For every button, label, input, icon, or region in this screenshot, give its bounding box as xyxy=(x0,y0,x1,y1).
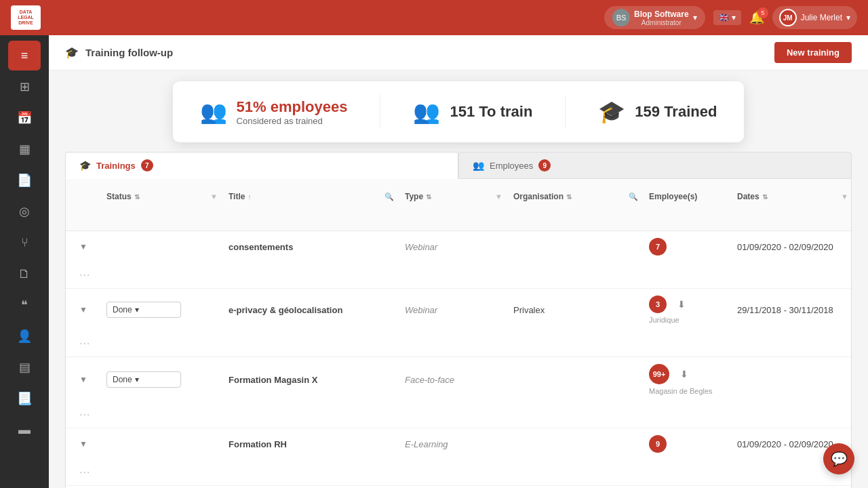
sort-icon: ⇅ xyxy=(566,193,572,201)
sort-icon: ↑ xyxy=(248,193,251,201)
employee-badge: 99+ xyxy=(649,364,669,384)
td-status[interactable]: Done ▾ xyxy=(101,365,223,394)
td-organisation xyxy=(508,373,644,386)
td-type: E-Learning xyxy=(399,432,508,456)
th-title[interactable]: Title ↑ 🔍 xyxy=(223,179,399,214)
chat-icon: 💬 xyxy=(831,451,848,467)
td-organisation xyxy=(508,437,644,451)
td-actions[interactable]: ··· xyxy=(74,331,101,357)
stat-trained: 🎓 159 Trained xyxy=(598,99,717,125)
tab-employees-label: Employees xyxy=(490,161,533,171)
expand-button[interactable]: ▼ xyxy=(79,439,87,449)
th-employees: Employee(s) xyxy=(644,179,732,214)
th-status[interactable]: Status ⇅ ▼ xyxy=(101,179,223,214)
sidebar-item-fork[interactable]: ⑂ xyxy=(8,228,41,258)
expand-button[interactable]: ▼ xyxy=(79,305,87,314)
sidebar-item-person[interactable]: 👤 xyxy=(8,321,41,351)
download-icon[interactable]: ⬇ xyxy=(680,369,688,380)
page-header: 🎓 Training follow-up New training xyxy=(49,35,868,70)
user-menu-button[interactable]: JM Julie Merlet ▾ xyxy=(772,6,857,29)
th-expand xyxy=(74,179,101,214)
filter-icon[interactable]: ▼ xyxy=(210,192,218,201)
sidebar: ≡ ⊞ 📅 ▦ 📄 ◎ ⑂ 🗋 ❝ 👤 ▤ 📃 ▬ xyxy=(0,35,49,488)
sort-icon: ⇅ xyxy=(426,193,431,201)
chevron-down-icon: ▾ xyxy=(135,305,139,314)
employee-badge: 7 xyxy=(649,238,667,256)
sidebar-item-circle[interactable]: ◎ xyxy=(8,197,41,226)
sidebar-item-grid[interactable]: ▦ xyxy=(8,134,41,164)
language-selector[interactable]: 🇬🇧 ▾ xyxy=(713,10,741,25)
expand-button[interactable]: ▼ xyxy=(79,375,87,384)
notification-button[interactable]: 🔔 5 xyxy=(749,10,764,25)
td-status[interactable]: Done ▾ xyxy=(101,295,223,325)
th-type[interactable]: Type ⇅ ▼ xyxy=(399,179,508,214)
new-training-button[interactable]: New training xyxy=(774,42,852,63)
td-expand[interactable]: ▼ xyxy=(74,432,101,455)
more-button[interactable]: ··· xyxy=(79,409,90,421)
sidebar-item-document[interactable]: 📄 xyxy=(8,165,41,195)
more-button[interactable]: ··· xyxy=(79,269,90,281)
filter-icon[interactable]: ▼ xyxy=(841,192,848,201)
td-title: consentements xyxy=(223,235,399,259)
to-train-value: 151 To train xyxy=(450,103,532,121)
td-actions[interactable]: ··· xyxy=(74,262,101,288)
employee-badge: 3 xyxy=(649,296,667,313)
company-selector[interactable]: BS Blop Software Administrator ▾ xyxy=(604,6,705,29)
main-content: 🎓 Training follow-up New training 👥 51% … xyxy=(49,35,868,488)
sidebar-item-menu[interactable]: ≡ xyxy=(8,41,41,70)
notification-badge: 5 xyxy=(757,7,768,18)
percent-value: 51% employees xyxy=(237,98,348,116)
search-icon[interactable]: 🔍 xyxy=(384,192,394,201)
stat-to-train: 👥 151 To train xyxy=(413,99,532,125)
chevron-down-icon: ▾ xyxy=(732,13,736,22)
status-dropdown[interactable]: Done ▾ xyxy=(106,371,181,388)
td-title: Formation RH xyxy=(223,432,399,456)
td-type: Webinar xyxy=(399,298,508,322)
stat-employees-trained: 👥 51% employees Considered as trained xyxy=(200,98,348,126)
td-actions[interactable]: ··· xyxy=(74,402,101,428)
to-train-icon: 👥 xyxy=(413,99,440,125)
tab-employees[interactable]: 👥 Employees 9 xyxy=(458,152,852,179)
expand-button[interactable]: ▼ xyxy=(79,242,87,251)
sidebar-item-file2[interactable]: 🗋 xyxy=(8,259,41,289)
chevron-down-icon: ▾ xyxy=(135,375,139,384)
th-organisation[interactable]: Organisation ⇅ 🔍 xyxy=(508,179,644,214)
table-row: ▼ Done ▾ e-privacy & géolocalisation Web… xyxy=(66,289,851,357)
more-button[interactable]: ··· xyxy=(79,338,90,350)
td-type: Face-to-face xyxy=(399,368,508,392)
company-avatar: BS xyxy=(612,9,630,26)
sidebar-item-table2[interactable]: ▤ xyxy=(8,352,41,382)
sidebar-item-dashboard[interactable]: ⊞ xyxy=(8,72,41,102)
logo-area: DATA LEGAL DRIVE xyxy=(11,5,41,30)
td-expand[interactable]: ▼ xyxy=(74,368,101,391)
th-dates[interactable]: Dates ⇅ ▼ xyxy=(732,179,852,214)
trainings-tab-icon: 🎓 xyxy=(79,160,91,171)
company-name: Blop Software xyxy=(634,9,689,19)
chevron-down-icon: ▾ xyxy=(693,13,697,22)
search-icon[interactable]: 🔍 xyxy=(629,192,638,201)
page-title-area: 🎓 Training follow-up xyxy=(65,46,173,59)
sidebar-item-bars[interactable]: ▬ xyxy=(8,415,41,445)
td-employees: 99+ ⬇ Magasin de Begles xyxy=(644,357,732,402)
trainings-tab-badge: 7 xyxy=(141,159,153,171)
filter-icon[interactable]: ▼ xyxy=(495,192,502,201)
sidebar-item-quote[interactable]: ❝ xyxy=(8,290,41,320)
page-title: Training follow-up xyxy=(85,47,173,58)
status-dropdown[interactable]: Done ▾ xyxy=(106,302,181,318)
table-row: ▼ Formation RH E-Learning 9 01/09/2020 -… xyxy=(66,428,851,486)
download-icon[interactable]: ⬇ xyxy=(677,299,686,310)
stats-wrapper: 👥 51% employees Considered as trained 👥 … xyxy=(49,70,868,142)
td-actions[interactable]: ··· xyxy=(74,460,101,485)
td-expand[interactable]: ▼ xyxy=(74,235,101,258)
sidebar-item-file3[interactable]: 📃 xyxy=(8,384,41,413)
td-status xyxy=(101,437,223,451)
td-expand[interactable]: ▼ xyxy=(74,298,101,321)
chat-bubble-button[interactable]: 💬 xyxy=(823,443,854,474)
th-actions xyxy=(74,214,101,230)
tab-trainings[interactable]: 🎓 Trainings 7 xyxy=(65,152,458,179)
more-button[interactable]: ··· xyxy=(79,466,90,479)
td-employees: 7 xyxy=(644,231,732,262)
sort-icon: ⇅ xyxy=(134,193,140,201)
chevron-down-icon: ▾ xyxy=(846,13,850,22)
sidebar-item-calendar[interactable]: 📅 xyxy=(8,103,41,133)
